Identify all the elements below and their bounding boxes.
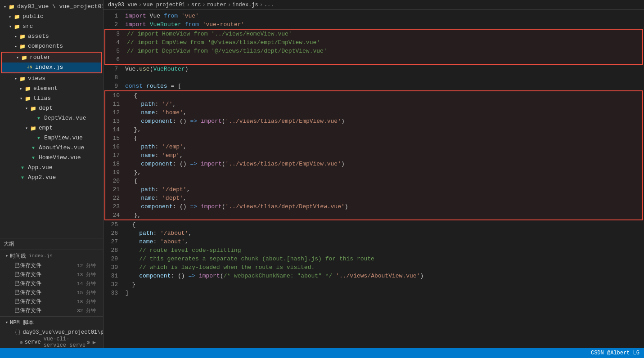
sidebar-item-app2vue[interactable]: ▼ App2.vue: [0, 173, 103, 183]
code-line: 27 name: 'about',: [104, 237, 644, 246]
line-number: 28: [104, 246, 125, 255]
sidebar-item-index-js[interactable]: JS index.js: [2, 63, 101, 72]
vue-file-icon: ▼: [19, 164, 26, 171]
highlight-block-1: 3// import HomeView from '../views/HomeV…: [104, 29, 643, 65]
timeline-header[interactable]: 时间线 index.js: [4, 251, 99, 261]
vue-file-icon: ▼: [30, 144, 37, 152]
sidebar-item-tlias[interactable]: 📁 tlias: [0, 94, 103, 103]
line-number: 32: [104, 280, 125, 289]
chevron-icon: [18, 95, 24, 102]
sidebar-item-router[interactable]: 📁 router: [2, 53, 101, 63]
line-number: 18: [105, 160, 127, 168]
line-number: 30: [104, 263, 125, 272]
code-line: 29 // this generates a separate chunk (a…: [104, 255, 644, 263]
sidebar-item-components[interactable]: 📁 components: [0, 41, 103, 51]
timeline-entry-time: 13 分钟: [77, 271, 96, 278]
chevron-icon: [14, 54, 21, 61]
json-icon: {}: [14, 329, 21, 336]
line-number: 12: [105, 108, 127, 117]
line-content: component: () => import('../views/tlias/…: [127, 202, 642, 211]
sidebar-item-label: components: [28, 41, 63, 51]
chevron-icon: [18, 85, 24, 92]
timeline-entry: 已保存文件15 分钟: [4, 288, 99, 297]
line-content: {: [127, 91, 642, 100]
sidebar-item-label: App.vue: [28, 163, 53, 173]
timeline-entry-time: 15 分钟: [77, 289, 96, 296]
npm-section: NPM 脚本 {} day03_vue\vue_project01\packag…: [0, 316, 103, 348]
timeline-entry: 已保存文件12 分钟: [4, 261, 99, 270]
main-layout: 📁 day03_vue \ vue_project01 📁 public 📁 s…: [0, 0, 644, 348]
timeline-entry-text: 已保存文件: [14, 271, 41, 278]
code-line: 19 },: [105, 168, 642, 177]
sidebar-item-label: EmpView.vue: [44, 133, 83, 143]
line-content: const routes = [: [125, 82, 644, 90]
folder-icon: 📁: [14, 23, 21, 30]
chevron-icon: [13, 76, 19, 82]
code-line: 4// import EmpView from '@/views/tlias/e…: [105, 38, 642, 47]
sidebar-item-assets[interactable]: 📁 assets: [0, 31, 103, 41]
line-content: // route level code-splitting: [125, 246, 644, 255]
sidebar-item-public[interactable]: 📁 public: [0, 12, 103, 22]
sidebar: 📁 day03_vue \ vue_project01 📁 public 📁 s…: [0, 0, 104, 348]
sidebar-item-root[interactable]: 📁 day03_vue \ vue_project01: [0, 2, 103, 12]
sidebar-item-views[interactable]: 📁 views: [0, 74, 103, 84]
timeline-entry-text: 已保存文件: [14, 298, 41, 305]
npm-script-serve[interactable]: ⚙ serve vue-cli-service serve ⚙ ▶: [4, 337, 99, 347]
line-content: Vue.use(VueRouter): [125, 65, 644, 73]
folder-icon: 📁: [19, 75, 26, 82]
breadcrumb-part: vue_project01: [143, 2, 185, 8]
code-line: 2import VueRouter from 'vue-router': [104, 20, 644, 29]
line-number: 15: [105, 134, 127, 143]
line-content: // import DeptView from '@/views/tlias/d…: [127, 47, 642, 55]
sidebar-item-appvue[interactable]: ▼ App.vue: [0, 163, 103, 173]
code-line: 32 }: [104, 280, 644, 289]
code-line: 7Vue.use(VueRouter): [104, 65, 644, 73]
settings-icon[interactable]: ⚙: [87, 339, 90, 346]
chevron-icon: [13, 33, 19, 40]
run-icon[interactable]: ▶: [93, 339, 96, 346]
code-line: 16 path: '/emp',: [105, 143, 642, 151]
code-line: 24 },: [105, 211, 642, 219]
line-number: 7: [104, 65, 125, 73]
npm-header[interactable]: NPM 脚本: [4, 318, 99, 327]
line-number: 31: [104, 272, 125, 280]
timeline-entries: 已保存文件12 分钟已保存文件13 分钟已保存文件14 分钟已保存文件15 分钟…: [4, 261, 99, 315]
sidebar-item-homeview[interactable]: ▼ HomeView.vue: [0, 153, 103, 163]
line-content: import VueRouter from 'vue-router': [125, 20, 644, 29]
chevron-icon: [7, 23, 14, 30]
sidebar-item-aboutview[interactable]: ▼ AboutView.vue: [0, 143, 103, 153]
timeline-entry-time: 18 分钟: [77, 298, 96, 305]
sidebar-item-label: public: [23, 12, 44, 22]
code-line: 3// import HomeView from '../views/HomeV…: [105, 30, 642, 38]
sidebar-item-dept[interactable]: 📁 dept: [0, 103, 103, 113]
sidebar-item-deptview[interactable]: ▼ DeptView.vue: [0, 113, 103, 123]
sidebar-item-empview[interactable]: ▼ EmpView.vue: [0, 133, 103, 143]
code-line: 25 {: [104, 220, 644, 229]
sidebar-item-empt[interactable]: 📁 empt: [0, 123, 103, 133]
line-content: component: () => import(/* webpackChunkN…: [125, 272, 644, 280]
breadcrumb-part: ...: [264, 2, 274, 8]
line-number: 23: [105, 202, 127, 211]
line-number: 17: [105, 151, 127, 160]
sidebar-item-src[interactable]: 📁 src: [0, 22, 103, 31]
code-line: 21 path: '/dept',: [105, 185, 642, 194]
code-line: 5// import DeptView from '@/views/tlias/…: [105, 47, 642, 55]
sidebar-item-label: HomeView.vue: [39, 153, 81, 163]
code-line: 9const routes = [: [104, 82, 644, 90]
chevron-icon: [4, 319, 10, 326]
npm-script-cmd: vue-cli-service serve: [44, 336, 87, 348]
sidebar-item-element[interactable]: 📁 element: [0, 84, 103, 94]
code-line: 31 component: () => import(/* webpackChu…: [104, 272, 644, 280]
breadcrumb-part: src: [191, 2, 201, 8]
code-line: 18 component: () => import('../views/tli…: [105, 160, 642, 168]
timeline-entry-text: 已保存文件: [14, 289, 41, 296]
chevron-icon: [23, 105, 30, 112]
npm-script-label: serve: [25, 339, 41, 345]
line-number: 3: [105, 30, 127, 38]
outline-section[interactable]: 大纲: [0, 238, 103, 250]
npm-script-actions: ⚙ ▶: [87, 339, 96, 346]
sidebar-item-label: App2.vue: [28, 173, 56, 183]
line-content: path: '/',: [127, 100, 642, 108]
line-number: 13: [105, 117, 127, 125]
code-editor[interactable]: 1import Vue from 'vue'2import VueRouter …: [104, 10, 644, 348]
